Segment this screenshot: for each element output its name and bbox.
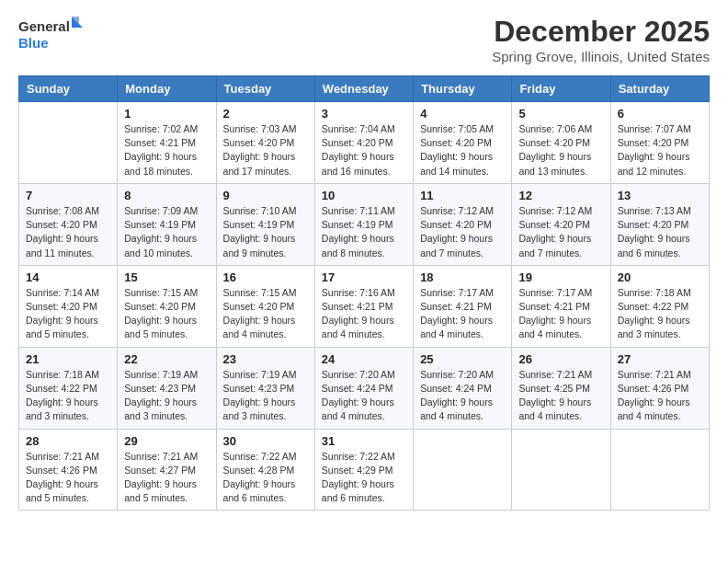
calendar-week-row: 7Sunrise: 7:08 AMSunset: 4:20 PMDaylight… [19,183,710,265]
day-number: 29 [124,434,209,448]
day-info: Sunrise: 7:12 AMSunset: 4:20 PMDaylight:… [420,204,505,260]
day-number: 12 [518,189,603,202]
day-info: Sunrise: 7:13 AMSunset: 4:20 PMDaylight:… [618,204,702,260]
calendar-cell: 18Sunrise: 7:17 AMSunset: 4:21 PMDayligh… [414,265,512,347]
day-info: Sunrise: 7:09 AMSunset: 4:19 PMDaylight:… [124,204,209,260]
page-header: General Blue December 2025 Spring Grove,… [18,15,710,64]
day-info: Sunrise: 7:19 AMSunset: 4:23 PMDaylight:… [223,368,308,424]
day-number: 27 [618,352,702,366]
day-info: Sunrise: 7:05 AMSunset: 4:20 PMDaylight:… [420,122,505,178]
calendar-cell: 14Sunrise: 7:14 AMSunset: 4:20 PMDayligh… [19,265,118,347]
svg-text:Blue: Blue [18,35,49,51]
subtitle: Spring Grove, Illinois, United States [492,49,710,64]
calendar-cell: 23Sunrise: 7:19 AMSunset: 4:23 PMDayligh… [216,347,314,429]
day-number: 19 [518,270,603,284]
calendar-cell: 19Sunrise: 7:17 AMSunset: 4:21 PMDayligh… [512,265,610,347]
day-info: Sunrise: 7:08 AMSunset: 4:20 PMDaylight:… [26,204,110,260]
day-info: Sunrise: 7:18 AMSunset: 4:22 PMDaylight:… [26,368,110,424]
calendar-cell: 1Sunrise: 7:02 AMSunset: 4:21 PMDaylight… [118,102,216,184]
day-number: 5 [518,107,603,121]
day-number: 4 [420,107,505,121]
col-header-monday: Monday [118,76,216,102]
day-number: 24 [322,352,406,366]
day-number: 7 [26,189,110,202]
logo: General Blue [18,15,83,55]
day-number: 8 [124,189,209,202]
day-number: 28 [26,434,110,448]
calendar-cell: 17Sunrise: 7:16 AMSunset: 4:21 PMDayligh… [314,265,413,347]
day-info: Sunrise: 7:11 AMSunset: 4:19 PMDaylight:… [322,204,406,260]
day-number: 22 [124,352,209,366]
calendar-cell: 28Sunrise: 7:21 AMSunset: 4:26 PMDayligh… [19,429,118,511]
day-info: Sunrise: 7:21 AMSunset: 4:25 PMDaylight:… [518,368,603,424]
day-number: 6 [618,107,702,121]
calendar-table: SundayMondayTuesdayWednesdayThursdayFrid… [18,75,710,511]
calendar-cell: 30Sunrise: 7:22 AMSunset: 4:28 PMDayligh… [216,429,314,511]
col-header-saturday: Saturday [610,76,709,102]
main-title: December 2025 [492,15,710,49]
calendar-cell: 6Sunrise: 7:07 AMSunset: 4:20 PMDaylight… [610,102,709,184]
calendar-cell: 2Sunrise: 7:03 AMSunset: 4:20 PMDaylight… [216,102,314,184]
day-info: Sunrise: 7:15 AMSunset: 4:20 PMDaylight:… [124,286,209,342]
day-number: 18 [420,270,505,284]
day-number: 15 [124,270,209,284]
calendar-cell: 12Sunrise: 7:12 AMSunset: 4:20 PMDayligh… [512,183,610,265]
calendar-cell: 7Sunrise: 7:08 AMSunset: 4:20 PMDaylight… [19,183,118,265]
day-number: 25 [420,352,505,366]
day-number: 13 [618,189,702,202]
day-info: Sunrise: 7:20 AMSunset: 4:24 PMDaylight:… [420,368,505,424]
day-info: Sunrise: 7:14 AMSunset: 4:20 PMDaylight:… [26,286,110,342]
calendar-week-row: 21Sunrise: 7:18 AMSunset: 4:22 PMDayligh… [19,347,710,429]
day-info: Sunrise: 7:02 AMSunset: 4:21 PMDaylight:… [124,122,209,178]
day-number: 10 [322,189,406,202]
day-number: 31 [322,434,406,448]
calendar-cell: 24Sunrise: 7:20 AMSunset: 4:24 PMDayligh… [314,347,413,429]
calendar-cell: 9Sunrise: 7:10 AMSunset: 4:19 PMDaylight… [216,183,314,265]
day-number: 3 [322,107,406,121]
day-info: Sunrise: 7:20 AMSunset: 4:24 PMDaylight:… [322,368,406,424]
day-number: 17 [322,270,406,284]
day-info: Sunrise: 7:18 AMSunset: 4:22 PMDaylight:… [618,286,702,342]
calendar-cell: 25Sunrise: 7:20 AMSunset: 4:24 PMDayligh… [414,347,512,429]
col-header-sunday: Sunday [19,76,118,102]
day-info: Sunrise: 7:12 AMSunset: 4:20 PMDaylight:… [518,204,603,260]
day-number: 30 [223,434,308,448]
col-header-tuesday: Tuesday [216,76,314,102]
day-number: 2 [223,107,308,121]
calendar-cell: 5Sunrise: 7:06 AMSunset: 4:20 PMDaylight… [512,102,610,184]
day-info: Sunrise: 7:21 AMSunset: 4:26 PMDaylight:… [26,450,110,506]
day-number: 14 [26,270,110,284]
calendar-cell: 10Sunrise: 7:11 AMSunset: 4:19 PMDayligh… [314,183,413,265]
calendar-cell: 8Sunrise: 7:09 AMSunset: 4:19 PMDaylight… [118,183,216,265]
calendar-cell: 20Sunrise: 7:18 AMSunset: 4:22 PMDayligh… [610,265,709,347]
calendar-cell: 21Sunrise: 7:18 AMSunset: 4:22 PMDayligh… [19,347,118,429]
calendar-cell: 27Sunrise: 7:21 AMSunset: 4:26 PMDayligh… [610,347,709,429]
day-info: Sunrise: 7:22 AMSunset: 4:28 PMDaylight:… [223,450,308,506]
col-header-thursday: Thursday [414,76,512,102]
day-info: Sunrise: 7:07 AMSunset: 4:20 PMDaylight:… [618,122,702,178]
calendar-week-row: 14Sunrise: 7:14 AMSunset: 4:20 PMDayligh… [19,265,710,347]
calendar-header-row: SundayMondayTuesdayWednesdayThursdayFrid… [19,76,710,102]
calendar-cell: 3Sunrise: 7:04 AMSunset: 4:20 PMDaylight… [314,102,413,184]
calendar-cell: 22Sunrise: 7:19 AMSunset: 4:23 PMDayligh… [118,347,216,429]
day-info: Sunrise: 7:22 AMSunset: 4:29 PMDaylight:… [322,450,406,506]
calendar-week-row: 28Sunrise: 7:21 AMSunset: 4:26 PMDayligh… [19,429,710,511]
day-info: Sunrise: 7:21 AMSunset: 4:26 PMDaylight:… [618,368,702,424]
day-info: Sunrise: 7:15 AMSunset: 4:20 PMDaylight:… [223,286,308,342]
calendar-cell: 26Sunrise: 7:21 AMSunset: 4:25 PMDayligh… [512,347,610,429]
logo-svg: General Blue [18,15,83,55]
col-header-wednesday: Wednesday [314,76,413,102]
day-number: 26 [518,352,603,366]
calendar-cell: 29Sunrise: 7:21 AMSunset: 4:27 PMDayligh… [118,429,216,511]
calendar-cell: 31Sunrise: 7:22 AMSunset: 4:29 PMDayligh… [314,429,413,511]
calendar-cell [512,429,610,511]
day-number: 21 [26,352,110,366]
calendar-cell: 11Sunrise: 7:12 AMSunset: 4:20 PMDayligh… [414,183,512,265]
col-header-friday: Friday [512,76,610,102]
calendar-cell: 4Sunrise: 7:05 AMSunset: 4:20 PMDaylight… [414,102,512,184]
day-info: Sunrise: 7:16 AMSunset: 4:21 PMDaylight:… [322,286,406,342]
day-info: Sunrise: 7:17 AMSunset: 4:21 PMDaylight:… [420,286,505,342]
day-info: Sunrise: 7:04 AMSunset: 4:20 PMDaylight:… [322,122,406,178]
day-number: 23 [223,352,308,366]
day-number: 1 [124,107,209,121]
